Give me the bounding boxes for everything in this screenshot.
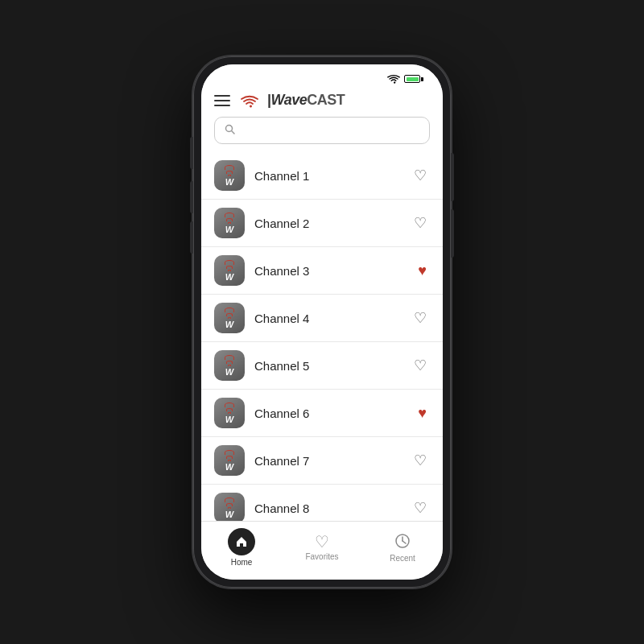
logo-wave-icon <box>238 93 261 108</box>
favorite-button[interactable]: ♡ <box>411 497 430 518</box>
favorite-button[interactable]: ♥ <box>415 260 430 281</box>
channel-item[interactable]: W Channel 8 ♡ <box>201 485 443 521</box>
nav-item-favorites[interactable]: ♡ Favorites <box>298 534 346 561</box>
channel-icon: W <box>214 350 245 381</box>
svg-rect-2 <box>214 105 230 106</box>
nav-item-home[interactable]: Home <box>217 528 266 567</box>
channel-name: Channel 2 <box>254 217 411 230</box>
nav-item-recent[interactable]: Recent <box>378 533 427 563</box>
channel-wifi-arcs <box>225 308 234 320</box>
channel-wifi-arcs <box>225 402 234 415</box>
channel-name: Channel 5 <box>254 359 411 373</box>
svg-line-7 <box>402 541 406 543</box>
channel-icon: W <box>214 208 245 238</box>
logo-text: |WaveCAST <box>267 92 345 109</box>
channel-icon: W <box>214 255 245 286</box>
channel-wifi-arcs <box>225 213 234 225</box>
svg-line-4 <box>232 131 234 134</box>
channel-item[interactable]: W Channel 4 ♡ <box>201 295 443 342</box>
app-header: |WaveCAST <box>201 87 443 117</box>
search-container <box>201 117 443 152</box>
channel-w-letter: W <box>225 463 233 472</box>
channel-name: Channel 4 <box>254 312 411 325</box>
channel-w-letter: W <box>225 225 233 234</box>
favorite-button[interactable]: ♡ <box>411 355 430 376</box>
channel-w-letter: W <box>225 178 233 187</box>
channel-wifi-arcs <box>225 355 234 367</box>
favorites-icon: ♡ <box>315 534 329 550</box>
favorite-button[interactable]: ♡ <box>411 450 430 471</box>
status-bar <box>201 64 443 87</box>
channel-wifi-arcs <box>225 165 234 177</box>
battery-icon <box>404 75 423 83</box>
status-icons <box>387 74 423 84</box>
channel-name: Channel 8 <box>254 502 411 515</box>
favorite-button[interactable]: ♥ <box>415 402 430 423</box>
search-icon <box>225 124 235 137</box>
menu-icon[interactable] <box>214 93 230 109</box>
channel-w-letter: W <box>225 368 233 377</box>
recent-icon <box>394 533 411 551</box>
channel-item[interactable]: W Channel 5 ♡ <box>201 342 443 390</box>
favorite-button[interactable]: ♡ <box>411 165 430 186</box>
home-icon <box>228 528 255 555</box>
channel-icon: W <box>214 493 245 521</box>
channel-item[interactable]: W Channel 6 ♥ <box>201 390 443 437</box>
channel-wifi-arcs <box>225 450 234 462</box>
channel-wifi-arcs <box>225 260 234 272</box>
channel-item[interactable]: W Channel 7 ♡ <box>201 437 443 485</box>
nav-label-favorites: Favorites <box>305 552 338 561</box>
channel-w-letter: W <box>225 320 233 329</box>
svg-rect-0 <box>214 95 230 97</box>
channel-name: Channel 1 <box>254 169 411 183</box>
nav-label-home: Home <box>231 558 253 567</box>
favorite-button[interactable]: ♡ <box>411 213 430 233</box>
channel-list: W Channel 1 ♡ W Channel 2 ♡ <box>201 152 443 521</box>
channel-item[interactable]: W Channel 3 ♥ <box>201 247 443 295</box>
channel-item[interactable]: W Channel 2 ♡ <box>201 200 443 247</box>
channel-name: Channel 7 <box>254 454 411 468</box>
channel-w-letter: W <box>225 510 233 519</box>
phone-screen: |WaveCAST <box>201 64 443 580</box>
channel-icon: W <box>214 303 245 333</box>
channel-icon: W <box>214 398 245 428</box>
wifi-icon <box>387 74 400 84</box>
nav-label-recent: Recent <box>390 554 415 563</box>
app-logo: |WaveCAST <box>238 92 345 109</box>
channel-w-letter: W <box>225 415 233 424</box>
search-bar[interactable] <box>214 117 430 144</box>
svg-rect-1 <box>214 100 230 101</box>
channel-wifi-arcs <box>225 497 234 510</box>
favorite-button[interactable]: ♡ <box>411 308 430 328</box>
channel-name: Channel 6 <box>254 407 415 420</box>
channel-icon: W <box>214 160 245 191</box>
phone-frame: |WaveCAST <box>193 56 451 588</box>
channel-item[interactable]: W Channel 1 ♡ <box>201 152 443 200</box>
channel-icon: W <box>214 445 245 476</box>
channel-w-letter: W <box>225 273 233 282</box>
channel-name: Channel 3 <box>254 264 415 278</box>
bottom-nav: Home ♡ Favorites Recent <box>201 521 443 580</box>
